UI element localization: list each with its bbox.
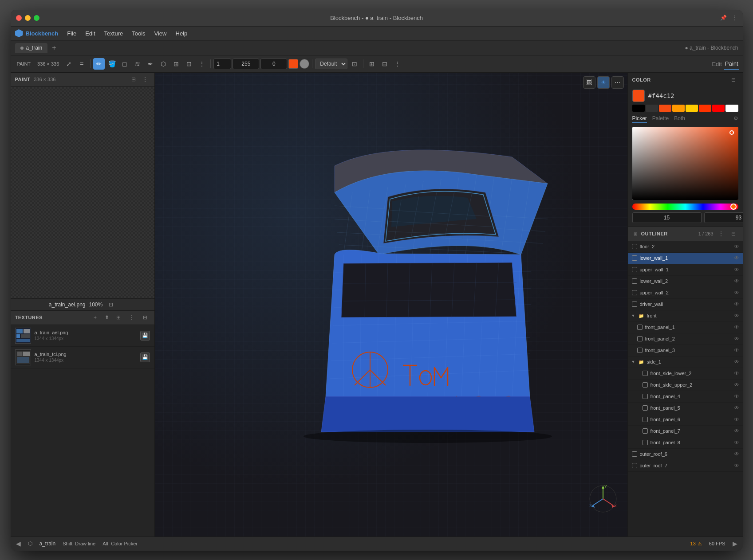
blur-tool-button[interactable]: ⬡ xyxy=(158,58,169,70)
outliner-item-upper-wall-2[interactable]: upper_wall_2 👁 xyxy=(628,287,743,299)
erase-tool-button[interactable]: ◻ xyxy=(119,58,130,70)
vis-floor-2[interactable]: 👁 xyxy=(734,243,739,250)
panel-menu-btn[interactable]: ⋮ xyxy=(140,74,150,84)
color-tab-palette[interactable]: Palette xyxy=(652,115,669,123)
outliner-item-front-panel-1[interactable]: front_panel_1 👁 xyxy=(628,322,743,333)
tab-edit[interactable]: Edit xyxy=(711,59,722,69)
outliner-item-front-panel-5[interactable]: front_panel_5 👁 xyxy=(628,403,743,414)
secondary-color-swatch[interactable] xyxy=(300,59,309,69)
outliner-item-lower-wall-1[interactable]: lower_wall_1 👁 xyxy=(628,253,743,264)
color-panel-expand-btn[interactable]: — xyxy=(717,75,727,85)
vis-front-panel-5[interactable]: 👁 xyxy=(734,405,739,411)
statusbar-next-btn[interactable]: ▶ xyxy=(733,540,737,547)
dropper-tool-button[interactable]: ✒ xyxy=(145,58,156,70)
vis-upper-wall-2[interactable]: 👁 xyxy=(734,290,739,296)
swatch-yellow[interactable] xyxy=(686,105,698,112)
more-button[interactable]: ⋮ xyxy=(392,58,403,70)
color-panel-menu-btn[interactable]: ⊟ xyxy=(729,75,738,85)
fill-tool-button[interactable]: 🪣 xyxy=(106,58,118,70)
viewport-lighting-btn[interactable]: ☀ xyxy=(597,76,610,89)
expand-menu-button[interactable]: = xyxy=(76,58,87,70)
pin-icon[interactable]: 📌 xyxy=(720,15,727,21)
menu-edit[interactable]: Edit xyxy=(82,29,99,38)
opacity-input[interactable]: 255 xyxy=(233,59,259,69)
vis-front-panel-2[interactable]: 👁 xyxy=(734,336,739,342)
swatch-black[interactable] xyxy=(632,105,645,112)
tool-size-input[interactable]: 1 xyxy=(213,59,231,69)
tab-paint[interactable]: Paint xyxy=(724,59,739,70)
menu-tools[interactable]: Tools xyxy=(128,29,149,38)
green-input[interactable]: 93 xyxy=(704,212,743,223)
color-tab-picker[interactable]: Picker xyxy=(632,115,647,123)
texture-save-0[interactable]: 💾 xyxy=(140,331,150,341)
swatch-yellow-orange[interactable] xyxy=(672,105,685,112)
texture-canvas-area[interactable] xyxy=(11,87,154,298)
viewport-3d[interactable]: 🖼 ☀ ⋯ Y X Z xyxy=(155,73,627,537)
swatch-white[interactable] xyxy=(725,105,738,112)
vis-front-panel-7[interactable]: 👁 xyxy=(734,428,739,434)
vis-upper-wall-1[interactable]: 👁 xyxy=(734,266,739,273)
vis-front-panel-8[interactable]: 👁 xyxy=(734,439,739,446)
menu-icon[interactable]: ⋮ xyxy=(732,15,737,21)
canvas-fullscreen-btn[interactable]: ⊡ xyxy=(106,300,116,309)
vis-front[interactable]: 👁 xyxy=(734,313,739,319)
outliner-item-front-side-upper-2[interactable]: front_side_upper_2 👁 xyxy=(628,380,743,391)
close-button[interactable] xyxy=(16,15,22,21)
menu-file[interactable]: File xyxy=(63,29,80,38)
outliner-item-side-1[interactable]: ▼ 📁 side_1 👁 xyxy=(628,356,743,368)
vis-outer-roof-7[interactable]: 👁 xyxy=(734,462,739,469)
vis-front-side-upper-2[interactable]: 👁 xyxy=(734,382,739,388)
texture-panel-expand[interactable]: ⊟ xyxy=(140,313,150,322)
menu-help[interactable]: Help xyxy=(172,29,191,38)
viewport-image-btn[interactable]: 🖼 xyxy=(583,76,595,89)
texture-panel-menu[interactable]: ⋮ xyxy=(127,313,137,322)
more-texture-btn[interactable]: ⊞ xyxy=(114,313,123,322)
vis-front-panel-3[interactable]: 👁 xyxy=(734,347,739,353)
swatch-red[interactable] xyxy=(712,105,725,112)
outliner-item-front-panel-3[interactable]: front_panel_3 👁 xyxy=(628,345,743,356)
vis-front-panel-6[interactable]: 👁 xyxy=(734,416,739,423)
vis-front-side-lower-2[interactable]: 👁 xyxy=(734,370,739,376)
color-settings-icon[interactable]: ⚙ xyxy=(733,115,738,123)
statusbar-prev-btn[interactable]: ◀ xyxy=(16,540,21,547)
outliner-item-front-panel-7[interactable]: front_panel_7 👁 xyxy=(628,426,743,437)
select-tool-button[interactable]: ⊡ xyxy=(183,58,195,70)
outliner-expand-btn[interactable]: ⊟ xyxy=(729,229,738,239)
texture-item-1[interactable]: a_train_tcl.png 1344 x 1344px 💾 xyxy=(11,347,154,368)
shading-select[interactable]: Default xyxy=(315,59,347,69)
outliner-item-front-panel-4[interactable]: front_panel_4 👁 xyxy=(628,391,743,403)
new-texture-btn[interactable]: + xyxy=(91,313,100,322)
brush-tool-button[interactable]: ✏ xyxy=(93,58,105,70)
swatch-red-orange[interactable] xyxy=(699,105,711,112)
texture-item-0[interactable]: a_train_ael.png 1344 x 1344px 💾 xyxy=(11,325,154,347)
smudge-tool-button[interactable]: ≋ xyxy=(132,58,143,70)
menu-texture[interactable]: Texture xyxy=(101,29,127,38)
vis-driver-wall[interactable]: 👁 xyxy=(734,301,739,307)
vis-side-1[interactable]: 👁 xyxy=(734,359,739,365)
tab-a-train[interactable]: a_train xyxy=(15,43,48,53)
grid-tool-button[interactable]: ⊞ xyxy=(170,58,182,70)
menu-view[interactable]: View xyxy=(151,29,170,38)
panel-expand-btn[interactable]: ⊟ xyxy=(129,74,138,84)
outliner-item-outer-roof-6[interactable]: outer_roof_6 👁 xyxy=(628,449,743,460)
outliner-menu-btn[interactable]: ⋮ xyxy=(716,229,726,239)
add-tab-button[interactable]: + xyxy=(49,44,59,52)
more-tools-button[interactable]: ⋮ xyxy=(196,58,208,70)
vis-front-panel-4[interactable]: 👁 xyxy=(734,393,739,399)
softness-input[interactable]: 0 xyxy=(260,59,287,69)
outliner-item-front-side-lower-2[interactable]: front_side_lower_2 👁 xyxy=(628,368,743,380)
vis-outer-roof-6[interactable]: 👁 xyxy=(734,451,739,457)
hue-thumb[interactable] xyxy=(730,204,737,210)
view-option-button[interactable]: ⊡ xyxy=(349,58,360,70)
import-texture-btn[interactable]: ⬆ xyxy=(102,313,112,322)
outliner-item-front-panel-2[interactable]: front_panel_2 👁 xyxy=(628,333,743,345)
vis-front-panel-1[interactable]: 👁 xyxy=(734,324,739,330)
vis-lower-wall-2[interactable]: 👁 xyxy=(734,278,739,284)
color-tab-both[interactable]: Both xyxy=(674,115,685,123)
outliner-item-floor-2[interactable]: floor_2 👁 xyxy=(628,241,743,253)
red-input[interactable]: 15 xyxy=(632,212,702,223)
maximize-button[interactable] xyxy=(34,15,39,21)
swatch-dark[interactable] xyxy=(646,105,658,112)
picker-handle[interactable] xyxy=(729,130,734,135)
viewport-menu-btn[interactable]: ⋯ xyxy=(611,76,624,89)
